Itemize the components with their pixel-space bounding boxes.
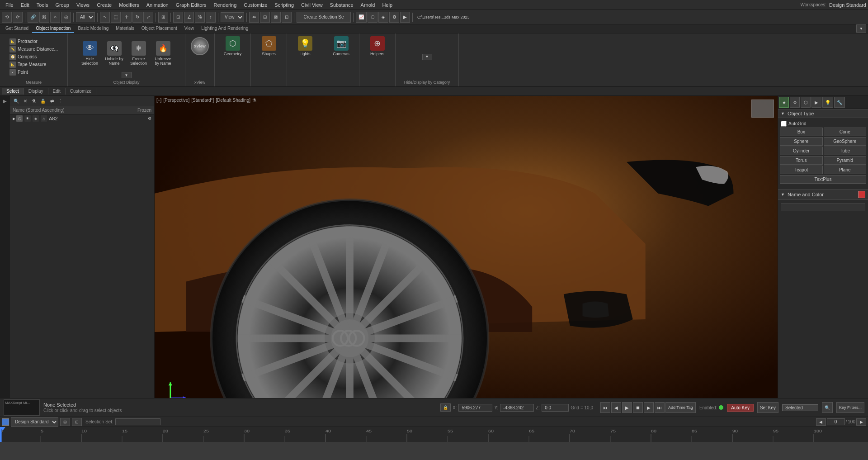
- stop-btn[interactable]: ⏹: [633, 402, 643, 413]
- filter-btn[interactable]: ⚗: [30, 97, 38, 105]
- angle-snap[interactable]: ∠: [184, 12, 194, 23]
- setkey-btn[interactable]: Set Key: [757, 402, 778, 413]
- prim-box[interactable]: Box: [780, 128, 823, 136]
- autokey-btn[interactable]: Auto Key: [727, 404, 754, 412]
- prim-cone[interactable]: Cone: [824, 128, 867, 136]
- selected-indicator[interactable]: Selected: [782, 404, 818, 411]
- object-name-input[interactable]: [781, 204, 865, 211]
- viewport[interactable]: [+] [Perspective] [Standard*] [Default S…: [155, 96, 778, 398]
- compass-item[interactable]: 🧭 Compass: [9, 53, 37, 61]
- options-btn[interactable]: ⋮: [57, 97, 65, 105]
- geometry-btn[interactable]: ⬡ Geometry: [222, 35, 244, 57]
- view-dropdown[interactable]: View: [221, 12, 244, 22]
- schematic-btn[interactable]: ⬡: [368, 12, 377, 23]
- create-selection-btn[interactable]: Create Selection Se: [297, 12, 351, 23]
- prim-tube[interactable]: Tube: [824, 147, 867, 155]
- menu-item-help[interactable]: Help: [378, 1, 396, 9]
- viewport-plus[interactable]: [+]: [156, 98, 161, 103]
- hide-display-expand[interactable]: ▼: [422, 54, 432, 60]
- menu-item-group[interactable]: Group: [52, 1, 73, 9]
- prim-pyramid[interactable]: Pyramid: [824, 156, 867, 165]
- menu-item-graph-editors[interactable]: Graph Editors: [172, 1, 210, 9]
- prim-teapot[interactable]: Teapot: [780, 166, 823, 174]
- spinner-snap[interactable]: ↕: [206, 12, 216, 23]
- frame-fwd-btn[interactable]: ▶: [856, 418, 866, 426]
- freeze-selection-btn[interactable]: ❄ Freeze Selection: [127, 40, 150, 66]
- rp-tab-display[interactable]: 💡: [822, 97, 833, 108]
- design-standard-dropdown[interactable]: Design Standard: [11, 417, 58, 427]
- workspace-icon-btn2[interactable]: ⊡: [72, 418, 82, 426]
- snap-toggle[interactable]: ⊡: [173, 12, 183, 23]
- align-normal[interactable]: ⊡: [282, 12, 292, 23]
- rp-tab-modify[interactable]: ⚙: [790, 97, 800, 108]
- workspace-icon-btn1[interactable]: ⊞: [60, 418, 70, 426]
- align-grid[interactable]: ⊠: [271, 12, 281, 23]
- lock-btn[interactable]: 🔒: [38, 97, 47, 105]
- autogrid-checkbox[interactable]: [781, 121, 787, 127]
- expand-icon[interactable]: ▶: [1, 97, 9, 105]
- point-item[interactable]: • Point: [9, 69, 28, 76]
- ref-coord-button[interactable]: ⊞: [158, 12, 168, 23]
- ribbon-tab-materials[interactable]: Materials: [112, 24, 138, 33]
- menu-item-views[interactable]: Views: [73, 1, 93, 9]
- enabled-indicator[interactable]: [719, 405, 723, 410]
- helpers-btn[interactable]: ⊕ Helpers: [366, 35, 389, 57]
- sort-label[interactable]: Name (Sorted Ascending): [13, 108, 137, 113]
- sub-tab-edit[interactable]: Edit: [48, 88, 66, 95]
- workspace-name[interactable]: Design Standard: [829, 2, 866, 8]
- viewport-perspective[interactable]: [Perspective]: [163, 98, 189, 103]
- scale-button[interactable]: ⤢: [143, 12, 153, 23]
- scene-item[interactable]: ▶ ⬡ 👁 ◈ △ A82 ⚙: [10, 114, 154, 123]
- tape-measure-item[interactable]: 📐 Tape Measure: [9, 61, 46, 68]
- render-btn[interactable]: ▶: [400, 12, 410, 23]
- selection-set-input[interactable]: [115, 418, 160, 425]
- name-color-section-header[interactable]: ▼ Name and Color: [778, 189, 868, 200]
- render-setup-btn[interactable]: ⚙: [389, 12, 399, 23]
- align-button[interactable]: ⊟: [260, 12, 270, 23]
- sub-tab-customize[interactable]: Customize: [66, 88, 96, 95]
- prim-sphere[interactable]: Sphere: [780, 137, 823, 146]
- goto-start-btn[interactable]: ⏮: [600, 402, 610, 413]
- move-button[interactable]: ✛: [122, 12, 132, 23]
- menu-item-file[interactable]: File: [2, 1, 17, 9]
- viewport-shading[interactable]: [Default Shading]: [216, 98, 250, 103]
- ribbon-tab-lighting[interactable]: Lighting And Rendering: [198, 24, 252, 33]
- item-settings-btn[interactable]: ⚙: [148, 116, 151, 121]
- ribbon-tab-object-placement[interactable]: Object Placement: [138, 24, 181, 33]
- lock-coords-btn[interactable]: 🔒: [440, 403, 451, 412]
- prim-cylinder[interactable]: Cylinder: [780, 147, 823, 155]
- cameras-btn[interactable]: 📷 Cameras: [330, 35, 353, 57]
- add-time-tag-btn[interactable]: Add Time Tag: [665, 402, 696, 413]
- unhide-by-name-btn[interactable]: 👁‍🗨 Unhide by Name: [103, 40, 126, 66]
- lights-btn[interactable]: 💡 Lights: [294, 35, 316, 57]
- menu-item-rendering[interactable]: Rendering: [210, 1, 241, 9]
- measure-distance-item[interactable]: 📏 Measure Distance...: [9, 46, 58, 53]
- menu-item-edit[interactable]: Edit: [17, 1, 33, 9]
- shapes-btn[interactable]: ⬠ Shapes: [258, 35, 280, 57]
- menu-item-tools[interactable]: Tools: [33, 1, 52, 9]
- x-coord[interactable]: [458, 404, 492, 412]
- rp-tab-create[interactable]: ★: [779, 97, 789, 108]
- menu-item-civil-view[interactable]: Civil View: [297, 1, 326, 9]
- protractor-item[interactable]: 📐 Protractor: [9, 38, 38, 45]
- curve-editor-btn[interactable]: 📈: [356, 12, 367, 23]
- key-filters-btn[interactable]: Key Filters...: [836, 402, 864, 413]
- undo-button[interactable]: ⟲: [2, 12, 12, 23]
- maxscript-panel[interactable]: MAXScript Mi...: [4, 399, 40, 416]
- prim-plane[interactable]: Plane: [824, 166, 867, 174]
- unbind-button[interactable]: ◎: [61, 12, 71, 23]
- viewport-standard[interactable]: [Standard*]: [191, 98, 214, 103]
- object-type-section-header[interactable]: ▼ Object Type: [778, 109, 868, 118]
- rp-tab-utilities[interactable]: 🔧: [834, 97, 845, 108]
- select-region-button[interactable]: ⬚: [111, 12, 121, 23]
- ribbon-tab-basic-modeling[interactable]: Basic Modeling: [74, 24, 112, 33]
- menu-item-modifiers[interactable]: Modifiers: [115, 1, 143, 9]
- hide-selection-btn[interactable]: 👁 Hide Selection: [79, 40, 101, 66]
- mirror-button[interactable]: ⇔: [249, 12, 259, 23]
- rp-tab-hierarchy[interactable]: ⬡: [801, 97, 811, 108]
- close-find-btn[interactable]: ✕: [22, 97, 29, 105]
- goto-end-btn[interactable]: ⏭: [655, 402, 665, 413]
- sub-tab-display[interactable]: Display: [24, 88, 48, 95]
- play-btn[interactable]: ▶: [622, 402, 632, 413]
- prim-torus[interactable]: Torus: [780, 156, 823, 165]
